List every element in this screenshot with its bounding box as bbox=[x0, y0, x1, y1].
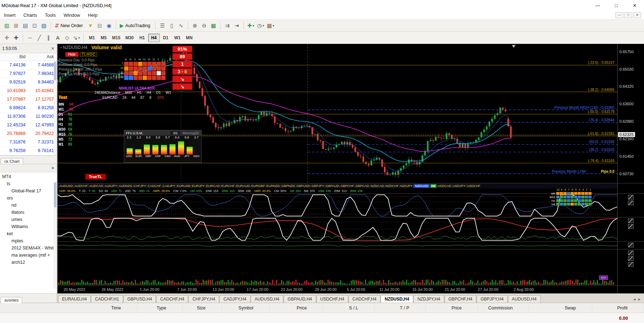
channel-icon[interactable]: ∥ bbox=[44, 33, 53, 42]
ticker-symbol[interactable]: GBPCHF bbox=[340, 184, 354, 188]
navigator-window-icon[interactable]: ▧ bbox=[39, 21, 49, 30]
market-watch-row[interactable]: 12.4523412.47893 bbox=[0, 121, 57, 130]
new-order-icon[interactable]: ⇵New Order bbox=[53, 21, 86, 30]
ticker-symbol[interactable]: EURNZD bbox=[266, 184, 280, 188]
terminal-column-header[interactable]: Price bbox=[270, 303, 323, 313]
line-chart-icon[interactable]: ∿ bbox=[176, 21, 186, 30]
cursor-icon[interactable]: ✛ bbox=[2, 33, 11, 42]
ticker-symbol[interactable]: NZDCAD bbox=[370, 184, 385, 188]
navigator-item[interactable]: mples bbox=[0, 237, 57, 244]
ticker-symbol[interactable]: GBPUSD bbox=[296, 184, 310, 188]
subwindow-tool-icon[interactable] bbox=[628, 262, 634, 267]
sub4-scale[interactable] bbox=[617, 249, 644, 286]
timeframe-m5-button[interactable]: M5 bbox=[98, 34, 110, 42]
zoom-in-icon[interactable]: ⊕ bbox=[190, 21, 199, 30]
templates-icon[interactable]: ▩▾ bbox=[265, 21, 276, 30]
subwindow-tool-icon[interactable] bbox=[628, 224, 634, 229]
terminal-column-header[interactable]: Commission bbox=[478, 303, 529, 313]
data-window-icon[interactable]: ⊡ bbox=[30, 21, 39, 30]
menu-help[interactable]: Help bbox=[84, 12, 101, 18]
navigator-item[interactable]: illators bbox=[0, 209, 57, 216]
date-axis[interactable]: 20 May 202226 May 20221 Jun 20:007 Jun 2… bbox=[57, 286, 617, 293]
chart-tab[interactable]: USDCHF,H4 bbox=[316, 295, 348, 303]
chart-tab[interactable]: GBPCHF,H4 bbox=[445, 295, 476, 303]
ticker-symbol[interactable]: GBPNZD bbox=[281, 184, 295, 188]
indicators-icon[interactable]: ✚▾ bbox=[246, 21, 255, 30]
chart-tab[interactable]: EURAUD,H4 bbox=[58, 295, 91, 303]
restore-button[interactable]: □ bbox=[607, 0, 625, 11]
market-watch-row[interactable]: 9.762589.78141 bbox=[0, 147, 57, 155]
navigator-item[interactable]: MT4 bbox=[0, 173, 57, 180]
tick-chart-tab[interactable]: ck Chart bbox=[1, 158, 23, 164]
chart-tab[interactable]: GBPJPY,H4 bbox=[477, 295, 507, 303]
navigator-item[interactable]: arch12 bbox=[0, 259, 57, 266]
terminal-column-header[interactable]: Swap bbox=[529, 303, 592, 313]
market-watch-row[interactable]: 9.925199.94463 bbox=[0, 78, 57, 87]
chart-tab[interactable]: CADJPY,H4 bbox=[219, 295, 250, 303]
terminal-column-header[interactable]: S / L bbox=[323, 303, 375, 313]
print-icon[interactable]: ⊟ bbox=[95, 21, 104, 30]
subwindow-tool-icon[interactable] bbox=[628, 243, 634, 247]
menu-window[interactable]: Window bbox=[60, 12, 84, 18]
ticker-symbol[interactable]: AUDCHF bbox=[74, 184, 88, 188]
terminal-column-header[interactable]: Type bbox=[137, 303, 183, 313]
mdi-close-button[interactable]: ✕ bbox=[633, 12, 641, 18]
ticker-symbol[interactable]: AUDJPY bbox=[104, 184, 118, 188]
web-icon[interactable]: ◉ bbox=[104, 21, 113, 30]
navigator-close-icon[interactable]: ✕ bbox=[51, 166, 55, 171]
minimize-button[interactable]: — bbox=[588, 0, 607, 11]
mdi-restore-button[interactable]: □ bbox=[624, 12, 632, 18]
ask-column-header[interactable]: Ask bbox=[29, 53, 57, 61]
chart-tab[interactable]: CADCHF,H4 bbox=[156, 295, 188, 303]
navigator-item[interactable]: Williams bbox=[0, 223, 57, 230]
arrows-tool-icon[interactable]: ⇘▾ bbox=[72, 33, 81, 42]
mdi-minimize-button[interactable]: — bbox=[615, 12, 623, 18]
ticker-symbol[interactable]: CHFJPY bbox=[133, 184, 147, 188]
market-watch-row[interactable]: 7.978277.98341 bbox=[0, 70, 57, 78]
navigator-item[interactable]: ts bbox=[0, 180, 57, 187]
bar-chart-icon[interactable]: ☰ bbox=[158, 21, 167, 30]
indicator-window-3[interactable] bbox=[57, 242, 617, 249]
market-watch-close-icon[interactable]: ✕ bbox=[51, 46, 55, 51]
sub3-scale[interactable] bbox=[617, 242, 644, 249]
ticker-symbol[interactable]: EURJPY bbox=[192, 184, 205, 188]
terminal-column-header[interactable]: T / P bbox=[375, 303, 426, 313]
text-tool-icon[interactable]: A bbox=[53, 33, 62, 42]
ticker-symbol[interactable]: AUDNZD bbox=[118, 184, 133, 188]
timeframe-w1-button[interactable]: W1 bbox=[172, 34, 183, 42]
market-watch-row[interactable]: 7.318767.32371 bbox=[0, 138, 57, 147]
trendline-icon[interactable]: ╱ bbox=[35, 33, 44, 42]
market-watch-scrollbar[interactable] bbox=[54, 61, 57, 155]
market-watch-icon[interactable]: ▤ bbox=[21, 21, 30, 30]
indicator-window-4[interactable]: SIH bbox=[57, 249, 617, 286]
navigator-item[interactable]: Global-Real 17 bbox=[0, 187, 57, 195]
main-price-scale[interactable]: 0.657500.650300.643200.636000.628800.621… bbox=[617, 44, 644, 183]
ticker-symbol[interactable]: EURUSD bbox=[177, 184, 191, 188]
candlestick-icon[interactable]: ▯ bbox=[167, 21, 176, 30]
expert-advisors-icon[interactable]: ▼ bbox=[86, 21, 95, 30]
subwindow-tool-icon[interactable] bbox=[628, 256, 634, 261]
close-button[interactable]: ✕ bbox=[625, 0, 644, 11]
market-watch-row[interactable]: 7.441367.44588 bbox=[0, 61, 57, 70]
ticker-symbol[interactable]: GBPAUD bbox=[325, 184, 339, 188]
timeframe-m1-button[interactable]: M1 bbox=[86, 34, 98, 42]
chart-tab[interactable]: AUDUSD,H4 bbox=[508, 295, 541, 303]
navigator-item[interactable]: ma averages (mtf + bbox=[0, 252, 57, 259]
chart-tab[interactable]: CHFJPY,H4 bbox=[188, 295, 219, 303]
chart-tab[interactable]: CADCHF,H1 bbox=[91, 295, 123, 303]
new-chart-icon[interactable]: ▥ bbox=[2, 21, 11, 30]
chart-tab[interactable]: CADCHF,H4 bbox=[349, 295, 380, 303]
subwindow-tool-icon[interactable] bbox=[628, 251, 634, 255]
timeframe-h4-button[interactable]: H4 bbox=[148, 34, 160, 42]
navigator-item[interactable]: umes bbox=[0, 216, 57, 223]
terminal-column-header[interactable]: Profit bbox=[592, 303, 644, 313]
chart-shift-icon[interactable]: ⇥ bbox=[232, 21, 241, 30]
timeframe-d1-button[interactable]: D1 bbox=[160, 34, 172, 42]
ticker-symbol[interactable]: NZDJPY bbox=[400, 184, 413, 188]
periods-icon[interactable]: ◷▾ bbox=[255, 21, 265, 30]
chart-tab[interactable]: AUDUSD,H4 bbox=[251, 295, 283, 303]
chart-tab[interactable]: NZDJPY,H4 bbox=[414, 295, 444, 303]
tab-scroll-right-icon[interactable]: ► bbox=[638, 297, 641, 301]
ticker-symbol[interactable]: USDJPY bbox=[452, 184, 466, 188]
market-watch-row[interactable]: 20.7686820.79422 bbox=[0, 130, 57, 138]
